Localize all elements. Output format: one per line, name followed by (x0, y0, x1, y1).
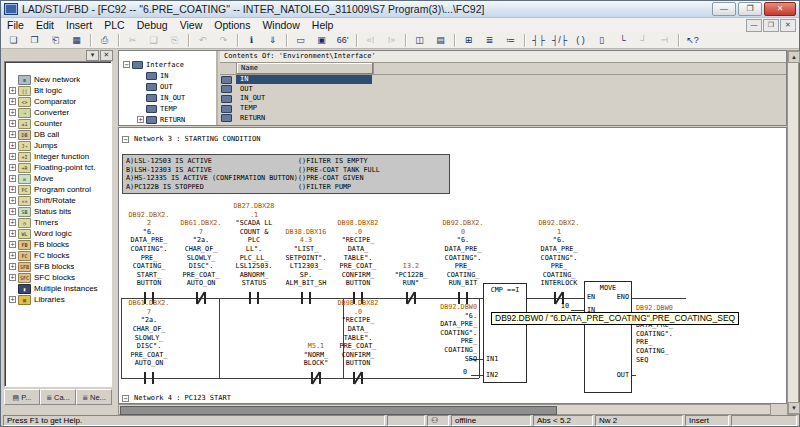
mdi-close-button[interactable]: ✕ (780, 19, 796, 32)
interface-root[interactable]: −Interface (119, 59, 216, 70)
sidebar-item-floating-point-fct-[interactable]: ++RFloating-point fct. (5, 162, 111, 173)
collapse-icon[interactable]: − (122, 395, 129, 402)
move-block[interactable]: MOVEENENOINOUT (584, 281, 632, 393)
sidebar-item-fb-blocks[interactable]: +FBFB blocks (5, 239, 111, 250)
no-contact[interactable] (246, 292, 262, 304)
expand-icon[interactable]: + (9, 120, 16, 127)
sidebar-item-status-bits[interactable]: +SBStatus bits (5, 206, 111, 217)
menu-insert[interactable]: Insert (60, 18, 98, 32)
menu-view[interactable]: View (174, 18, 209, 32)
open-icon[interactable]: ❐ (24, 32, 45, 49)
sidebar-item-move[interactable]: +✉Move (5, 173, 111, 184)
menu-help[interactable]: Help (306, 18, 340, 32)
sidebar-item-counter[interactable]: +±1Counter (5, 118, 111, 129)
interface-tree-item-return[interactable]: +RETURN (119, 114, 216, 125)
nc-contact[interactable] (350, 372, 366, 384)
symbol-info-icon[interactable]: ℹ (241, 32, 262, 49)
menu-file[interactable]: File (1, 18, 30, 32)
contact-no-icon[interactable]: ┤├ (528, 32, 549, 49)
expand-icon[interactable]: + (9, 208, 16, 215)
expand-icon[interactable]: + (9, 241, 16, 248)
sidebar-item-converter[interactable]: +→Converter (5, 107, 111, 118)
menu-options[interactable]: Options (208, 18, 256, 32)
expand-icon[interactable]: + (9, 175, 16, 182)
sidebar-item-program-control[interactable]: +PCProgram control (5, 184, 111, 195)
expand-icon[interactable]: + (9, 98, 16, 105)
menu-edit[interactable]: Edit (30, 18, 60, 32)
no-contact[interactable] (298, 292, 314, 304)
download-icon[interactable]: ⇓ (262, 32, 283, 49)
sidebar-item-shift-rotate[interactable]: +«»Shift/Rotate (5, 195, 111, 206)
horizontal-scrollbar[interactable] (118, 404, 771, 415)
contents-row-out[interactable]: OUT (220, 85, 786, 95)
horizontal-scrollbar-thumb[interactable] (120, 406, 557, 415)
sidebar-tab-1[interactable]: ≣Ca... (40, 389, 76, 405)
sidebar-item-timers[interactable]: +◷Timers (5, 217, 111, 228)
sidebar-item-sfc-blocks[interactable]: +SFCSFC blocks (5, 272, 111, 283)
mdi-minimize-button[interactable]: — (746, 19, 762, 32)
menu-window[interactable]: Window (256, 18, 305, 32)
palette-close-button[interactable]: ✕ (100, 50, 113, 61)
expand-icon[interactable]: + (9, 230, 16, 237)
sidebar-item-multiple-instances[interactable]: ▮Multiple instances (5, 283, 111, 294)
sidebar-item-sfb-blocks[interactable]: +SFBSFB blocks (5, 261, 111, 272)
new-file-icon[interactable]: ❏ (3, 32, 24, 49)
vertical-scrollbar[interactable]: ▲ ▼ (787, 50, 799, 415)
interface-tree-item-out[interactable]: OUT (119, 81, 216, 92)
empty-box-icon[interactable]: ▯ (591, 32, 612, 49)
expand-icon[interactable]: + (9, 263, 16, 270)
restore-button[interactable]: ❐ (738, 2, 762, 16)
interface-tree-item-in[interactable]: IN (119, 70, 216, 81)
contact-nc-icon[interactable]: ┤/├ (549, 32, 570, 49)
expand-icon[interactable]: + (9, 197, 16, 204)
expand-icon[interactable]: + (9, 153, 16, 160)
sidebar-item-fc-blocks[interactable]: +FCFC blocks (5, 250, 111, 261)
scroll-up-arrow[interactable]: ▲ (788, 51, 800, 63)
sidebar-item-jumps[interactable]: +J→Jumps (5, 140, 111, 151)
sidebar-item-bit-logic[interactable]: +||Bit logic (5, 85, 111, 96)
collapse-icon[interactable]: − (123, 61, 130, 68)
contents-row-return[interactable]: RETURN (220, 113, 786, 123)
menu-debug[interactable]: Debug (131, 18, 174, 32)
coil-icon[interactable]: ( ) (570, 32, 591, 49)
palette-pin-button[interactable]: ▾ (86, 50, 99, 61)
print-icon[interactable]: ⎙ (94, 32, 115, 49)
insert-network-icon[interactable]: ⊞ (458, 32, 479, 49)
sidebar-item-new-network[interactable]: ≡New network (5, 74, 111, 85)
expand-icon[interactable]: + (9, 131, 16, 138)
sidebar-item-db-call[interactable]: +DBDB call (5, 129, 111, 140)
contents-row-in_out[interactable]: IN_OUT (220, 94, 786, 104)
program-elements-icon[interactable]: ≣ (479, 32, 500, 49)
overview-window-icon[interactable]: ▤ (430, 32, 451, 49)
minimize-button[interactable]: — (712, 2, 736, 16)
expand-icon[interactable]: + (9, 274, 16, 281)
glasses-icon[interactable]: 66' (332, 32, 353, 49)
no-contact[interactable] (141, 372, 157, 384)
open-block-icon[interactable]: ⎗ (45, 32, 66, 49)
name-column-header[interactable]: Name (237, 63, 374, 74)
nc-contact[interactable] (308, 372, 324, 384)
mdi-restore-button[interactable]: ❐ (763, 19, 779, 32)
sidebar-item-word-logic[interactable]: +WLWord logic (5, 228, 111, 239)
expand-icon[interactable]: + (9, 296, 16, 303)
open-branch-icon[interactable]: └ (612, 32, 633, 49)
interface-tree-item-temp[interactable]: TEMP (119, 103, 216, 114)
close-button[interactable]: ✕ (764, 2, 796, 16)
clear-icon[interactable]: ▭ (290, 32, 311, 49)
help-cursor-icon[interactable]: ↖? (682, 32, 703, 49)
sidebar-tab-0[interactable]: ▤P... (4, 389, 40, 405)
monitor-icon[interactable]: ▣ (311, 32, 332, 49)
save-icon[interactable]: ▦ (66, 32, 87, 49)
expand-icon[interactable]: + (9, 252, 16, 259)
cmp-block[interactable]: CMP ==IIN1IN2 (483, 283, 527, 383)
expand-icon[interactable]: + (9, 87, 16, 94)
sidebar-item-integer-function[interactable]: ++IInteger function (5, 151, 111, 162)
contents-row-in[interactable]: IN (220, 75, 786, 85)
ladder-editor[interactable]: − Network 3 : STARTING CONDITION A)LSL-1… (118, 127, 787, 404)
menu-plc[interactable]: PLC (98, 18, 130, 32)
sidebar-item-comparator[interactable]: +<>Comparator (5, 96, 111, 107)
scroll-down-arrow[interactable]: ▼ (788, 402, 800, 414)
expand-icon[interactable]: + (9, 219, 16, 226)
expand-icon[interactable]: + (137, 116, 144, 123)
expand-icon[interactable]: + (9, 109, 16, 116)
